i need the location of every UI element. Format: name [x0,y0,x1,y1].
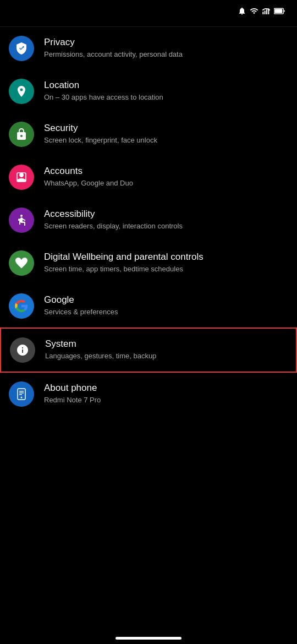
item-title-digital-wellbeing: Digital Wellbeing and parental controls [44,252,288,263]
item-subtitle-google: Services & preferences [44,307,288,317]
item-subtitle-privacy: Permissions, account activity, personal … [44,50,288,59]
item-title-accounts: Accounts [44,166,288,177]
svg-rect-2 [266,9,267,14]
settings-item-accounts[interactable]: Accounts WhatsApp, Google and Duo [0,156,297,199]
status-bar [0,0,297,20]
svg-rect-0 [262,12,263,14]
alarm-icon [238,7,246,15]
item-text-digital-wellbeing: Digital Wellbeing and parental controls … [44,252,288,274]
google-icon [9,293,34,319]
svg-rect-12 [19,394,22,395]
item-text-privacy: Privacy Permissions, account activity, p… [44,37,288,59]
item-title-accessibility: Accessibility [44,209,288,220]
item-title-about-phone: About phone [44,383,288,394]
svg-rect-10 [19,391,24,392]
status-icons [238,7,288,15]
item-title-location: Location [44,80,288,91]
svg-point-13 [21,397,23,399]
settings-item-about-phone[interactable]: About phone Redmi Note 7 Pro [0,373,297,416]
item-subtitle-security: Screen lock, fingerprint, face unlock [44,135,288,145]
signal-icon [262,7,271,15]
item-text-google: Google Services & preferences [44,294,288,317]
home-indicator [116,637,182,640]
item-subtitle-about-phone: Redmi Note 7 Pro [44,395,288,405]
privacy-icon [9,36,34,61]
item-subtitle-accessibility: Screen readers, display, interaction con… [44,221,288,231]
svg-rect-5 [274,9,282,13]
wellbeing-icon [9,250,34,276]
security-icon [9,122,34,147]
item-subtitle-system: Languages, gestures, time, backup [45,351,287,361]
svg-point-8 [20,215,23,217]
svg-point-6 [20,47,23,50]
settings-item-security[interactable]: Security Screen lock, fingerprint, face … [0,113,297,156]
settings-item-accessibility[interactable]: Accessibility Screen readers, display, i… [0,199,297,242]
accounts-icon [9,165,34,190]
settings-item-privacy[interactable]: Privacy Permissions, account activity, p… [0,27,297,70]
settings-list: Privacy Permissions, account activity, p… [0,27,297,416]
wifi-icon [250,7,258,15]
accessibility-icon [9,208,34,233]
item-text-accessibility: Accessibility Screen readers, display, i… [44,209,288,231]
settings-item-system[interactable]: System Languages, gestures, time, backup [0,328,297,373]
settings-item-location[interactable]: Location On – 30 apps have access to loc… [0,70,297,113]
item-subtitle-digital-wellbeing: Screen time, app timers, bedtime schedul… [44,264,288,274]
item-text-security: Security Screen lock, fingerprint, face … [44,123,288,145]
location-icon [9,79,34,104]
item-subtitle-location: On – 30 apps have access to location [44,92,288,102]
item-title-privacy: Privacy [44,37,288,48]
svg-rect-3 [268,8,269,14]
settings-item-digital-wellbeing[interactable]: Digital Wellbeing and parental controls … [0,242,297,285]
item-title-system: System [45,339,287,350]
item-title-security: Security [44,123,288,134]
item-text-about-phone: About phone Redmi Note 7 Pro [44,383,288,405]
bottom-bar [0,637,297,644]
settings-item-google[interactable]: Google Services & preferences [0,285,297,328]
about-icon [9,381,34,407]
item-text-location: Location On – 30 apps have access to loc… [44,80,288,102]
top-storage-info [0,20,297,27]
item-title-google: Google [44,294,288,305]
system-icon [10,337,35,363]
svg-rect-11 [19,392,24,394]
item-subtitle-accounts: WhatsApp, Google and Duo [44,178,288,188]
item-text-accounts: Accounts WhatsApp, Google and Duo [44,166,288,188]
svg-rect-1 [265,10,266,14]
battery-icon [274,7,285,15]
item-text-system: System Languages, gestures, time, backup [45,339,287,361]
